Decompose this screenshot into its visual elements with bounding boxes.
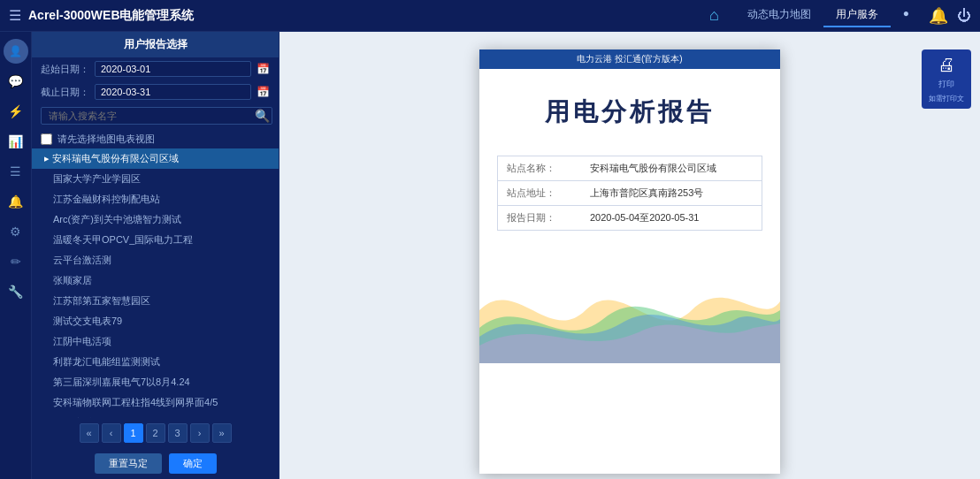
report-header-bar: 电力云港 投汇通(官方版本) [479,49,780,69]
sidebar-icon-alert[interactable]: 🔔 [4,189,28,214]
start-date-label: 起始日期： [41,63,89,76]
end-date-input[interactable] [95,84,251,100]
end-date-row: 截止日期： 📅 [32,80,279,103]
page-next[interactable]: › [190,423,210,443]
report-info-value-1: 上海市普陀区真南路253号 [581,181,762,206]
report-info-label-1: 站点地址： [498,181,581,206]
list-item-12[interactable]: 第三届深圳嘉展电气7以8月4.24 [32,372,279,392]
sidebar-icon-edit[interactable]: ✏ [4,249,28,274]
list-item-1[interactable]: ▸ 安科瑞电气股份有限公司区域 [32,148,279,169]
avatar[interactable]: 👤 [4,39,28,64]
page-3[interactable]: 3 [168,423,188,443]
print-panel[interactable]: 🖨 打印 如需打印文 [922,49,971,109]
home-icon[interactable]: ⌂ [709,6,719,25]
report-info-row-2: 报告日期： 2020-05-04至2020-05-31 [498,206,762,231]
start-date-calendar-icon[interactable]: 📅 [256,63,270,75]
page-prev-prev[interactable]: « [80,423,99,443]
bell-icon[interactable]: 🔔 [929,6,948,26]
power-icon[interactable]: ⏻ [957,8,971,24]
search-icon[interactable]: 🔍 [255,109,270,123]
list-item-2[interactable]: 国家大学产业学园区 [32,169,279,189]
report-info-table: 站点名称： 安科瑞电气股份有限公司区域 站点地址： 上海市普陀区真南路253号 … [497,156,762,231]
left-panel: 用户报告选择 起始日期： 📅 截止日期： 📅 🔍 请先选择地图电表视图 ▸ 安科… [32,32,279,479]
sidebar-icon-flash[interactable]: ⚡ [4,99,28,124]
report-document: 电力云港 投汇通(官方版本) 用电分析报告 站点名称： 安科瑞电气股份有限公司区… [479,49,780,474]
page-prev[interactable]: ‹ [102,423,121,443]
list-item-9[interactable]: 测试交支电表79 [32,311,279,331]
page-2[interactable]: 2 [146,423,165,443]
page-1[interactable]: 1 [124,423,143,443]
report-wave-area [479,257,780,474]
list-item-11[interactable]: 利群龙汇电能组监测测试 [32,352,279,372]
list-item-4[interactable]: Arc(资产)到关中池塘智力测试 [32,209,279,230]
sidebar-icons: 👤 💬 ⚡ 📊 ☰ 🔔 ⚙ ✏ 🔧 [0,32,32,479]
list-item-6[interactable]: 云平台激活测 [32,250,279,270]
list-item-7[interactable]: 张顺家居 [32,270,279,291]
report-info-value-0: 安科瑞电气股份有限公司区域 [581,156,762,181]
list-item-5[interactable]: 温暖冬天甲OPCV_国际电力工程 [32,230,279,250]
main-layout: 👤 💬 ⚡ 📊 ☰ 🔔 ⚙ ✏ 🔧 用户报告选择 起始日期： 📅 截止日期： 📅… [0,32,980,479]
pagination: « ‹ 1 2 3 › » [32,418,279,448]
end-date-label: 截止日期： [41,86,89,99]
list-item-3[interactable]: 江苏金融财科控制配电站 [32,189,279,209]
end-date-calendar-icon[interactable]: 📅 [256,86,270,98]
print-label: 打印 [938,79,954,90]
app-title: Acrel-3000WEB电能管理系统 [28,8,702,24]
report-info-row-0: 站点名称： 安科瑞电气股份有限公司区域 [498,156,762,181]
report-main-title: 用电分析报告 [497,95,762,129]
nav-item-map[interactable]: 动态电力地图 [735,4,823,27]
search-row: 🔍 [32,103,279,128]
bottom-buttons: 重置马定 确定 [32,448,279,479]
list-item-label-0: 请先选择地图电表视图 [57,133,155,146]
sidebar-icon-list[interactable]: ☰ [4,159,28,184]
report-info-row-1: 站点地址： 上海市普陀区真南路253号 [498,181,762,206]
sidebar-icon-chart[interactable]: 📊 [4,129,28,154]
start-date-row: 起始日期： 📅 [32,57,279,80]
report-info-label-0: 站点名称： [498,156,581,181]
list-item-10[interactable]: 江阴中电活项 [32,331,279,352]
report-info-label-2: 报告日期： [498,206,581,231]
topbar: ☰ Acrel-3000WEB电能管理系统 ⌂ 动态电力地图 用户服务 ● 🔔 … [0,0,980,32]
print-sub-label: 如需打印文 [929,94,964,103]
list-item-8[interactable]: 江苏部第五家智慧园区 [32,291,279,311]
confirm-button[interactable]: 确定 [169,453,217,474]
page-next-next[interactable]: » [212,423,232,443]
sidebar-icon-tools[interactable]: 🔧 [4,279,28,304]
item-list: 请先选择地图电表视图 ▸ 安科瑞电气股份有限公司区域 国家大学产业学园区 江苏金… [32,128,279,418]
list-checkbox-0[interactable] [41,133,52,145]
nav-item-dot[interactable]: ● [891,4,922,27]
sidebar-icon-message[interactable]: 💬 [4,69,28,94]
panel-title: 用户报告选择 [32,32,279,57]
search-input[interactable] [41,107,272,125]
list-item-0[interactable]: 请先选择地图电表视图 [32,130,279,148]
sidebar-icon-settings[interactable]: ⚙ [4,219,28,244]
start-date-input[interactable] [95,61,251,77]
reset-button[interactable]: 重置马定 [95,453,162,474]
top-nav: 动态电力地图 用户服务 ● [735,4,922,27]
report-title-area: 用电分析报告 [479,69,780,138]
menu-icon[interactable]: ☰ [9,7,21,24]
report-info-value-2: 2020-05-04至2020-05-31 [581,206,762,231]
list-item-13[interactable]: 安科瑞物联网工程柱指4线到网界面4/5 [32,392,279,413]
topbar-right: 🔔 ⏻ [929,6,971,26]
right-content: 电力云港 投汇通(官方版本) 用电分析报告 站点名称： 安科瑞电气股份有限公司区… [279,32,980,479]
nav-item-user[interactable]: 用户服务 [823,4,891,27]
print-icon: 🖨 [938,55,955,75]
